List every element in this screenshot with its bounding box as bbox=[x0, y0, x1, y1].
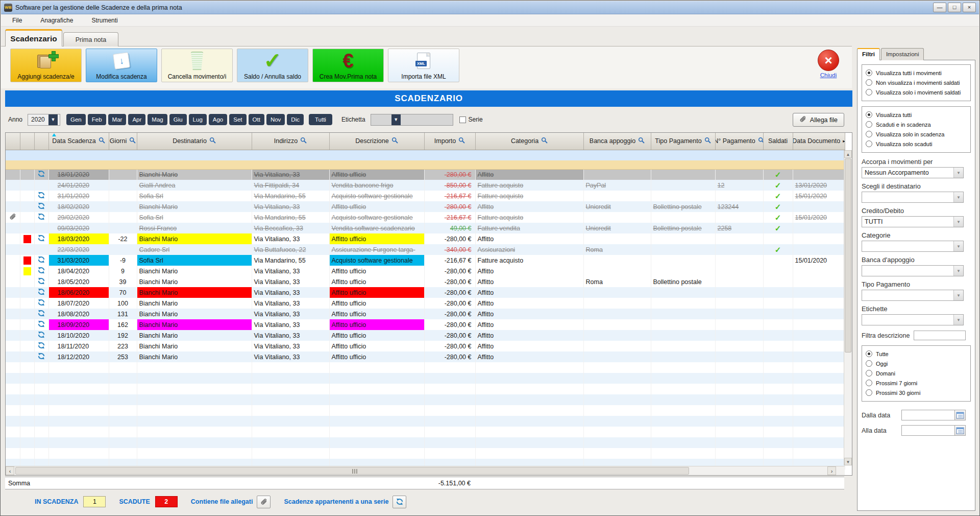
col-header-indir[interactable]: Indirizzo bbox=[252, 133, 329, 150]
calendar-icon[interactable] bbox=[954, 410, 966, 420]
scroll-left-icon[interactable]: ‹ bbox=[6, 466, 14, 475]
table-row[interactable]: 22/03/2020Cadore SrlVia Buttafuoco, 22As… bbox=[6, 244, 845, 255]
filter-field-select[interactable]: ▼ bbox=[862, 290, 964, 301]
empty-row[interactable] bbox=[6, 150, 845, 160]
stato-option-3[interactable]: Visualizza solo scaduti bbox=[865, 139, 967, 149]
periodo-option-0[interactable]: Tutte bbox=[865, 349, 967, 359]
table-row[interactable]: 18/05/202039Bianchi MarioVia Vitaliano, … bbox=[6, 276, 845, 287]
table-row[interactable]: 31/03/2020-9Sofia SrlVia Mandarino, 55Ac… bbox=[6, 255, 845, 266]
col-header-datadoc[interactable]: Data Documento▸ bbox=[793, 133, 845, 150]
col-header-tipo[interactable]: Tipo Pagamento bbox=[651, 133, 715, 150]
search-icon[interactable] bbox=[209, 137, 216, 145]
empty-row[interactable] bbox=[6, 427, 845, 437]
calendar-icon[interactable] bbox=[954, 425, 966, 436]
col-header-giorni[interactable]: Giorni bbox=[109, 133, 137, 150]
table-row[interactable]: 18/03/2020-22Bianchi MarioVia Vitaliano,… bbox=[6, 233, 845, 244]
vertical-scrollbar[interactable]: ▲ ▼ bbox=[844, 150, 852, 465]
empty-row[interactable] bbox=[6, 448, 845, 459]
saldo-button[interactable]: ✓ Saldo / Annulla saldo bbox=[237, 49, 308, 82]
month-button-dic[interactable]: Dic bbox=[287, 114, 304, 125]
filter-field-select[interactable]: ▼ bbox=[862, 314, 964, 325]
serie-checkbox[interactable] bbox=[459, 116, 466, 123]
periodo-option-4[interactable]: Prossimi 30 giorni bbox=[865, 388, 967, 397]
filter-field-select[interactable]: ▼ bbox=[862, 241, 964, 252]
scroll-right-icon[interactable]: › bbox=[827, 466, 836, 475]
month-button-mar[interactable]: Mar bbox=[108, 114, 127, 125]
menu-item-strumenti[interactable]: Strumenti bbox=[84, 15, 125, 26]
tab-filtri[interactable]: Filtri bbox=[857, 48, 880, 60]
empty-row[interactable] bbox=[6, 416, 845, 427]
empty-row[interactable] bbox=[6, 394, 845, 405]
empty-row[interactable] bbox=[6, 405, 845, 416]
close-button[interactable]: × bbox=[963, 3, 976, 12]
delete-movimento-button[interactable]: Cancella movimento/i bbox=[161, 49, 233, 82]
month-button-ott[interactable]: Ott bbox=[249, 114, 264, 125]
dalla-data-input[interactable] bbox=[901, 410, 954, 420]
search-icon[interactable] bbox=[129, 137, 136, 145]
movimenti-option-0[interactable]: Visualizza tutti i movimenti bbox=[865, 68, 967, 78]
month-button-lug[interactable]: Lug bbox=[189, 114, 207, 125]
col-header-banca[interactable]: Banca appoggio bbox=[583, 133, 651, 150]
tab-prima-nota[interactable]: Prima nota bbox=[63, 32, 118, 46]
minimize-button[interactable]: — bbox=[933, 3, 946, 12]
edit-scadenza-button[interactable]: ↓ Modifica scadenza bbox=[86, 49, 157, 82]
month-button-feb[interactable]: Feb bbox=[88, 114, 106, 125]
col-header-npag[interactable]: N° Pagamento bbox=[715, 133, 763, 150]
search-icon[interactable] bbox=[638, 137, 645, 145]
search-icon[interactable] bbox=[541, 137, 548, 145]
empty-row[interactable] bbox=[6, 384, 845, 394]
filtra-descrizione-input[interactable] bbox=[914, 331, 966, 340]
stato-option-0[interactable]: Visualizza tutti bbox=[865, 110, 967, 120]
search-icon[interactable] bbox=[758, 137, 763, 145]
search-icon[interactable] bbox=[300, 137, 307, 145]
filter-field-select[interactable]: TUTTI▼ bbox=[862, 216, 964, 227]
table-row[interactable]: 18/01/2020Bianchi MarioVia Vitaliano, 33… bbox=[6, 169, 845, 180]
periodo-option-2[interactable]: Domani bbox=[865, 368, 967, 378]
filter-field-select[interactable]: Nessun Accorpamento▼ bbox=[862, 167, 964, 178]
importa-xml-button[interactable]: XML Importa file XML bbox=[388, 49, 459, 82]
month-button-ago[interactable]: Ago bbox=[209, 114, 227, 125]
month-button-mag[interactable]: Mag bbox=[148, 114, 167, 125]
search-icon[interactable] bbox=[391, 137, 398, 145]
table-row[interactable]: 09/03/2020Rossi FrancoVia Beccafico, 33V… bbox=[6, 223, 845, 233]
month-button-gen[interactable]: Gen bbox=[66, 114, 86, 125]
stato-option-2[interactable]: Visualizza solo in scadenza bbox=[865, 129, 967, 139]
periodo-option-3[interactable]: Prossimi 7 giorni bbox=[865, 378, 967, 388]
col-header-descr[interactable]: Descrizione bbox=[329, 133, 424, 150]
empty-row[interactable] bbox=[6, 362, 845, 373]
menu-item-file[interactable]: File bbox=[5, 15, 29, 26]
month-button-tutti[interactable]: Tutti bbox=[309, 114, 332, 125]
col-header-blank[interactable] bbox=[20, 133, 34, 150]
empty-row[interactable] bbox=[6, 373, 845, 384]
col-header-dest[interactable]: Destinatario bbox=[137, 133, 252, 150]
table-row[interactable]: 29/02/2020Sofia SrlVia Mandarino, 55Acqu… bbox=[6, 212, 845, 223]
month-button-apr[interactable]: Apr bbox=[128, 114, 145, 125]
table-row[interactable]: 18/11/2020223Bianchi MarioVia Vitaliano,… bbox=[6, 341, 845, 351]
maximize-button[interactable]: □ bbox=[948, 3, 961, 12]
col-header-importo[interactable]: Importo bbox=[424, 133, 475, 150]
month-button-giu[interactable]: Giu bbox=[169, 114, 187, 125]
crea-prima-nota-button[interactable]: € Crea Mov.Prima nota bbox=[312, 49, 384, 82]
anno-select[interactable]: 2020 ▼ bbox=[28, 114, 60, 126]
col-header-saldati[interactable]: Saldati bbox=[763, 133, 793, 150]
table-row[interactable]: 18/10/2020192Bianchi MarioVia Vitaliano,… bbox=[6, 330, 845, 341]
search-icon[interactable] bbox=[458, 137, 465, 145]
tab-impostazioni[interactable]: Impostazioni bbox=[881, 48, 924, 60]
col-header-blank[interactable] bbox=[6, 133, 20, 150]
insert-row[interactable] bbox=[6, 160, 845, 169]
close-app-button[interactable]: × Chiudi bbox=[812, 49, 845, 78]
vertical-scroll-thumb[interactable] bbox=[845, 158, 851, 353]
movimenti-option-1[interactable]: Non visualizza i movimenti saldati bbox=[865, 78, 967, 87]
alla-data-input[interactable] bbox=[901, 425, 954, 436]
col-header-categ[interactable]: Categoria bbox=[475, 133, 583, 150]
table-row[interactable]: 18/07/2020100Bianchi MarioVia Vitaliano,… bbox=[6, 298, 845, 309]
table-row[interactable]: 18/12/2020253Bianchi MarioVia Vitaliano,… bbox=[6, 351, 845, 362]
table-row[interactable]: 18/06/202070Bianchi MarioVia Vitaliano, … bbox=[6, 287, 845, 298]
table-row[interactable]: 18/08/2020131Bianchi MarioVia Vitaliano,… bbox=[6, 309, 845, 319]
horizontal-scrollbar[interactable]: ‹ › bbox=[6, 466, 845, 475]
etichetta-select[interactable]: ▼ bbox=[371, 114, 453, 126]
scroll-up-icon[interactable]: ▲ bbox=[844, 150, 852, 158]
table-row[interactable]: 18/09/2020162Bianchi MarioVia Vitaliano,… bbox=[6, 319, 845, 330]
menu-item-anagrafiche[interactable]: Anagrafiche bbox=[33, 15, 80, 26]
allega-file-button[interactable]: Allega file bbox=[793, 113, 844, 127]
